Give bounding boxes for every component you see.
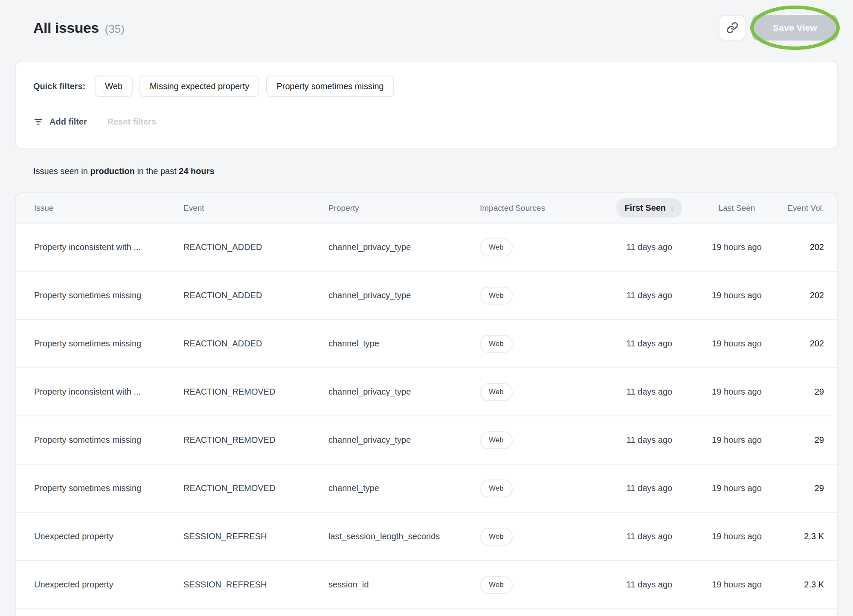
first-seen-cell: 11 days ago — [608, 387, 691, 397]
sort-first-seen-button[interactable]: First Seen ↓ — [616, 198, 682, 218]
property-cell: channel_privacy_type — [328, 291, 480, 300]
property-cell: channel_privacy_type — [328, 387, 480, 397]
sources-cell: Web — [480, 479, 608, 497]
event-volume-cell: 29 — [783, 483, 824, 493]
add-filter-button[interactable]: Add filter — [33, 116, 87, 127]
sort-desc-icon: ↓ — [670, 203, 674, 213]
filter-actions-row: Add filter Reset filters — [33, 114, 820, 129]
source-badge: Web — [480, 287, 513, 305]
issue-cell: Property inconsistent with ... — [34, 242, 183, 252]
source-badge: Web — [480, 238, 513, 256]
scope-time-range: 24 hours — [179, 166, 214, 176]
event-cell: REACTION_REMOVED — [183, 483, 328, 493]
first-seen-cell: 11 days ago — [608, 483, 691, 493]
title-wrap: All issues (35) — [33, 20, 125, 36]
save-view-button[interactable]: Save View — [752, 15, 838, 41]
event-cell: REACTION_ADDED — [183, 242, 328, 252]
first-seen-cell: 11 days ago — [608, 435, 691, 445]
event-cell: SESSION_REFRESH — [183, 532, 328, 541]
column-header-property[interactable]: Property — [328, 203, 480, 213]
copy-link-button[interactable] — [719, 15, 746, 41]
quick-filters-label: Quick filters: — [33, 81, 85, 91]
table-row[interactable]: Property sometimes missing REACTION_ADDE… — [16, 272, 837, 320]
event-cell: REACTION_REMOVED — [183, 435, 328, 445]
table-row[interactable]: Property sometimes missing REACTION_ADDE… — [16, 320, 837, 368]
add-filter-label: Add filter — [49, 117, 87, 127]
quick-filter-web[interactable]: Web — [95, 76, 133, 97]
last-seen-cell: 19 hours ago — [691, 387, 783, 397]
event-cell: SESSION_REFRESH — [183, 580, 328, 590]
column-header-event-vol[interactable]: Event Vol. — [783, 203, 824, 213]
event-volume-cell: 202 — [783, 291, 824, 300]
source-badge: Web — [480, 431, 513, 449]
property-cell: session_id — [328, 580, 480, 590]
event-cell: REACTION_ADDED — [183, 291, 328, 300]
event-volume-cell: 29 — [783, 387, 824, 397]
issue-count: (35) — [105, 23, 125, 36]
last-seen-cell: 19 hours ago — [691, 483, 783, 493]
column-header-last-seen[interactable]: Last Seen — [691, 203, 783, 213]
link-icon — [726, 22, 738, 34]
last-seen-cell: 19 hours ago — [691, 532, 783, 541]
first-seen-cell: 11 days ago — [608, 291, 691, 300]
event-volume-cell: 29 — [783, 435, 824, 445]
issue-cell: Property sometimes missing — [34, 339, 183, 349]
sources-cell: Web — [480, 528, 608, 546]
source-badge: Web — [480, 383, 513, 401]
reset-filters-button[interactable]: Reset filters — [107, 117, 157, 127]
page-header: All issues (35) Save View — [15, 15, 838, 41]
quick-filters-row: Quick filters: Web Missing expected prop… — [33, 76, 820, 97]
property-cell: channel_privacy_type — [328, 242, 480, 252]
column-header-impacted-sources[interactable]: Impacted Sources — [480, 203, 608, 213]
column-header-issue[interactable]: Issue — [34, 203, 183, 213]
issue-cell: Property inconsistent with ... — [34, 387, 183, 397]
property-cell: channel_privacy_type — [328, 435, 480, 445]
quick-filter-missing-expected-property[interactable]: Missing expected property — [139, 76, 259, 97]
last-seen-cell: 19 hours ago — [691, 242, 783, 252]
table-row[interactable]: Unexpected property SESSION_REFRESH sess… — [16, 561, 837, 609]
column-header-event[interactable]: Event — [183, 203, 328, 213]
sources-cell: Web — [480, 335, 608, 353]
last-seen-cell: 19 hours ago — [691, 339, 783, 349]
save-view-wrap: Save View — [752, 15, 838, 41]
last-seen-cell: 19 hours ago — [691, 291, 783, 300]
event-cell: REACTION_ADDED — [183, 339, 328, 349]
issue-cell: Unexpected property — [34, 532, 183, 541]
filters-panel: Quick filters: Web Missing expected prop… — [15, 61, 838, 149]
event-volume-cell: 202 — [783, 242, 824, 252]
last-seen-cell: 19 hours ago — [691, 580, 783, 590]
event-volume-cell: 2.3 K — [783, 532, 824, 541]
first-seen-cell: 11 days ago — [608, 242, 691, 252]
event-cell: REACTION_REMOVED — [183, 387, 328, 397]
table-row[interactable]: Property sometimes missing REACTION_REMO… — [16, 465, 837, 513]
header-actions: Save View — [719, 15, 838, 41]
issues-table: Issue Event Property Impacted Sources Fi… — [15, 192, 838, 616]
scope-text-part1: Issues seen in — [33, 166, 90, 176]
page-title: All issues — [33, 20, 99, 36]
table-row[interactable]: Property inconsistent with ... REACTION_… — [16, 368, 837, 416]
filter-lines-icon — [33, 116, 44, 127]
source-badge: Web — [480, 528, 513, 546]
issue-cell: Property sometimes missing — [34, 435, 183, 445]
sources-cell: Web — [480, 287, 608, 305]
property-cell: channel_type — [328, 483, 480, 493]
table-row-partial — [16, 609, 837, 616]
sources-cell: Web — [480, 383, 608, 401]
table-header-row: Issue Event Property Impacted Sources Fi… — [16, 193, 837, 224]
table-row[interactable]: Property inconsistent with ... REACTION_… — [16, 224, 837, 272]
issue-cell: Unexpected property — [34, 580, 183, 590]
first-seen-label: First Seen — [624, 203, 666, 213]
scope-environment: production — [90, 166, 134, 176]
sources-cell: Web — [480, 576, 608, 594]
issue-cell: Property sometimes missing — [34, 291, 183, 300]
table-row[interactable]: Unexpected property SESSION_REFRESH last… — [16, 513, 837, 561]
table-row[interactable]: Property sometimes missing REACTION_REMO… — [16, 416, 837, 465]
quick-filter-property-sometimes-missing[interactable]: Property sometimes missing — [266, 76, 394, 97]
first-seen-cell: 11 days ago — [608, 339, 691, 349]
issue-cell: Property sometimes missing — [34, 483, 183, 493]
event-volume-cell: 202 — [783, 339, 824, 349]
first-seen-cell: 11 days ago — [608, 532, 691, 541]
last-seen-cell: 19 hours ago — [691, 435, 783, 445]
issues-page: All issues (35) Save View Q — [0, 0, 853, 616]
source-badge: Web — [480, 576, 513, 594]
